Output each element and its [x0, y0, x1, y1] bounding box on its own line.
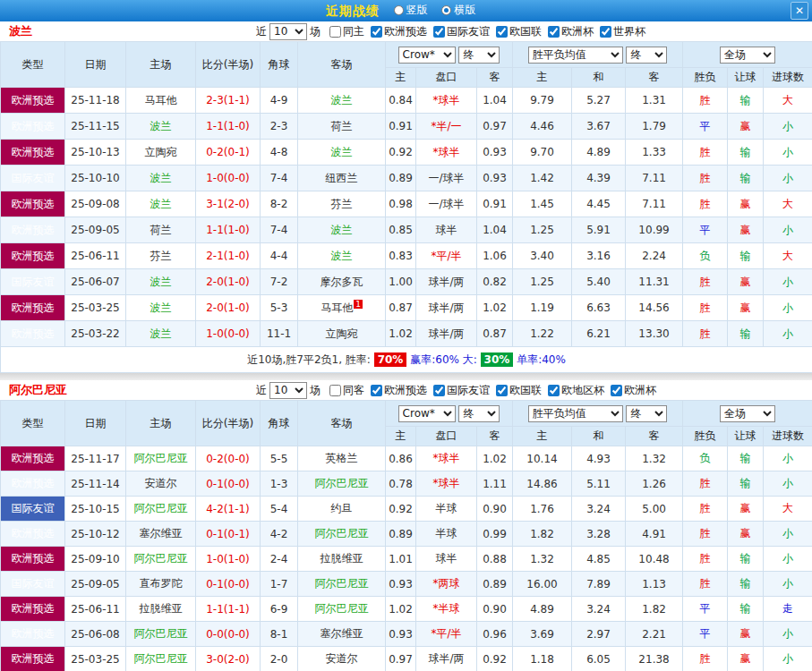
corner-cell: 5-5: [261, 446, 298, 471]
checkbox-input[interactable]: [611, 385, 622, 396]
match-row: 欧洲预选25-11-18马耳他2-3(1-1)4-9波兰0.84*球半1.049…: [1, 88, 812, 114]
avg-home-odds-cell: 4.89: [513, 597, 572, 622]
handicap-odds-away-cell: 1.04: [477, 88, 513, 114]
handicap-odds-home-cell: 0.87: [386, 295, 416, 321]
match-count-select[interactable]: 10: [269, 23, 307, 40]
match-type-cell: 欧洲预选: [1, 647, 65, 671]
col-header-avg-draw: 和: [572, 427, 626, 446]
avg-home-odds-cell: 16.00: [513, 572, 572, 597]
handicap-odds-home-cell: 0.83: [386, 243, 416, 269]
avg-home-odds-cell: 1.18: [513, 647, 572, 671]
handicap-result-cell: 赢: [728, 191, 764, 217]
goals-result-cell: 小: [764, 321, 812, 347]
filter-checkbox-1-1[interactable]: 欧洲预选: [371, 383, 427, 398]
close-button[interactable]: ✕: [791, 2, 808, 20]
checkbox-input[interactable]: [433, 26, 445, 38]
checkbox-input[interactable]: [329, 26, 341, 38]
handicap-line-cell: 半球: [416, 497, 477, 522]
avg-select[interactable]: 胜平负均值: [528, 47, 623, 64]
filter-checkbox-0-0[interactable]: 同主: [329, 24, 364, 39]
radio-horizontal-label: 横版: [454, 3, 475, 18]
filter-checkbox-0-1[interactable]: 欧洲预选: [371, 24, 427, 39]
checkbox-input[interactable]: [433, 385, 445, 396]
col-header-odds-home: 主: [386, 68, 416, 88]
filter-checkbox-0-2[interactable]: 国际友谊: [433, 24, 490, 39]
summary-record-text: 近10场,胜7平2负1, 胜率:: [247, 353, 373, 366]
match-row: 国际友谊25-09-05直布罗陀0-1(0-0)1-7阿尔巴尼亚0.93*两球0…: [1, 572, 812, 597]
avg-select[interactable]: 胜平负均值: [528, 405, 623, 422]
checkbox-label: 欧洲杯: [561, 24, 594, 39]
handicap-line-cell: 一/球半: [416, 166, 477, 191]
full-group-header: 全场: [683, 42, 812, 68]
checkbox-input[interactable]: [496, 26, 508, 38]
filter-checkbox-1-3[interactable]: 欧国联: [496, 383, 542, 398]
checkbox-input[interactable]: [329, 385, 341, 396]
checkbox-input[interactable]: [496, 385, 508, 396]
radio-unselected-icon: [394, 5, 404, 15]
avg-stage-select[interactable]: 终: [626, 405, 667, 422]
avg-home-odds-cell: 1.42: [513, 166, 572, 191]
avg-home-odds-cell: 10.14: [513, 446, 572, 471]
match-count-select[interactable]: 10: [269, 382, 307, 399]
checkbox-input[interactable]: [548, 385, 560, 396]
goals-result-cell: 小: [764, 522, 812, 547]
handicap-odds-away-cell: 0.90: [477, 597, 513, 622]
score-cell: 0-2(0-0): [196, 446, 261, 471]
handicap-line-cell: *半球: [416, 597, 477, 622]
match-date-cell: 25-09-08: [65, 191, 126, 217]
avg-draw-odds-cell: 4.39: [572, 166, 626, 191]
filter-checkbox-0-4[interactable]: 欧洲杯: [548, 24, 594, 39]
bookmaker-select[interactable]: Crow*: [398, 405, 456, 422]
score-cell: 1-0(0-0): [196, 321, 261, 347]
result-cell: 平: [683, 622, 728, 647]
goals-result-cell: 小: [764, 295, 812, 321]
col-header-away: 客场: [298, 401, 386, 446]
avg-draw-odds-cell: 4.93: [572, 446, 626, 471]
handicap-odds-away-cell: 0.99: [477, 522, 513, 547]
corner-cell: 5-3: [261, 295, 298, 321]
full-match-select[interactable]: 全场: [720, 405, 775, 422]
avg-stage-select[interactable]: 终: [626, 47, 667, 64]
filter-checkbox-1-0[interactable]: 同客: [329, 383, 364, 398]
handicap-odds-home-cell: 0.89: [386, 166, 416, 191]
handicap-odds-away-cell: 1.02: [477, 446, 513, 471]
avg-away-odds-cell: 10.48: [626, 547, 683, 572]
checkbox-label: 欧洲预选: [384, 383, 427, 398]
filter-checkbox-1-4[interactable]: 欧地区杯: [548, 383, 604, 398]
filter-checkbox-0-3[interactable]: 欧国联: [496, 24, 542, 39]
handicap-result-cell: 输: [728, 597, 764, 622]
handicap-result-cell: 输: [728, 88, 764, 114]
games-label: 场: [310, 24, 321, 39]
filter-row: 波兰近10场同主欧洲预选国际友谊欧国联欧洲杯世界杯: [0, 21, 812, 41]
avg-away-odds-cell: 1.33: [626, 140, 683, 166]
col-header-home: 主场: [126, 401, 196, 446]
home-team-cell: 芬兰: [126, 243, 196, 269]
avg-away-odds-cell: 14.56: [626, 295, 683, 321]
filter-checkbox-1-5[interactable]: 欧洲杯: [611, 383, 656, 398]
checkbox-input[interactable]: [371, 385, 382, 396]
avg-away-odds-cell: 4.91: [626, 522, 683, 547]
match-date-cell: 25-11-14: [65, 471, 126, 497]
corner-cell: 1-7: [261, 572, 298, 597]
checkbox-input[interactable]: [600, 26, 611, 38]
odds-stage-select[interactable]: 终: [458, 47, 500, 64]
layout-radio-horizontal[interactable]: 横版: [441, 3, 475, 18]
checkbox-input[interactable]: [371, 26, 382, 38]
bookmaker-select[interactable]: Crow*: [398, 47, 456, 64]
match-row: 欧洲预选25-03-25阿尔巴尼亚3-0(2-0)2-0安道尔0.97球半/两0…: [1, 647, 812, 671]
result-cell: 胜: [683, 497, 728, 522]
goals-result-cell: 大: [764, 497, 812, 522]
full-match-select[interactable]: 全场: [720, 47, 775, 64]
corner-cell: 8-1: [261, 622, 298, 647]
layout-radio-vertical[interactable]: 竖版: [394, 3, 428, 18]
checkbox-input[interactable]: [548, 26, 560, 38]
goals-result-cell: 小: [764, 140, 812, 166]
team-name: 波兰: [9, 23, 32, 39]
goals-result-cell: 小: [764, 217, 812, 243]
checkbox-label: 欧国联: [509, 24, 542, 39]
match-type-cell: 欧洲预选: [1, 622, 65, 647]
filter-checkbox-1-2[interactable]: 国际友谊: [433, 383, 490, 398]
odds-stage-select[interactable]: 终: [458, 405, 500, 422]
filter-checkbox-0-5[interactable]: 世界杯: [600, 24, 645, 39]
match-row: 欧洲预选25-09-05荷兰1-1(1-0)7-4波兰0.85球半1.041.2…: [1, 217, 812, 243]
